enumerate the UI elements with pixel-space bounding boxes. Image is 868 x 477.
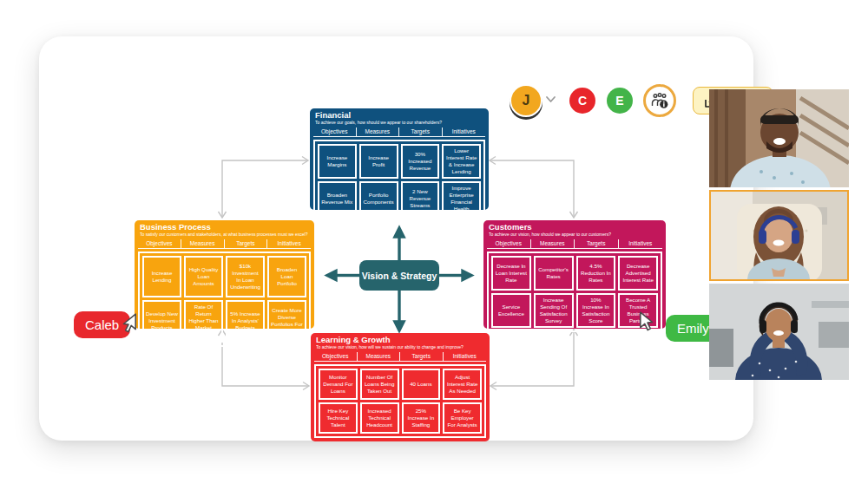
cursor-arrow-icon [637, 311, 656, 332]
column-header: Measures [357, 127, 400, 136]
scorecard-cell[interactable]: Lower Interest Rate & Increase Lending [442, 144, 481, 179]
scorecard-cell[interactable]: 10% Increase In Satisfaction Score [576, 293, 616, 328]
column-header: Measures [531, 239, 575, 248]
column-header: Targets [400, 352, 444, 361]
participant-3-video [709, 284, 849, 380]
scorecard-cell[interactable]: 5% Increase In Analysts' Budgets [226, 300, 265, 342]
column-headers: Objectives Measures Targets Initiatives [138, 239, 311, 249]
column-headers: Objectives Measures Targets Initiatives [314, 352, 486, 362]
scorecard-cell[interactable]: Broaden Revenue Mix [318, 181, 357, 216]
scorecard-financial[interactable]: Financial To achieve our goals, how shou… [310, 108, 489, 210]
collaborators-info-button[interactable] [643, 84, 676, 117]
collaborators-info-icon [649, 90, 670, 111]
scorecard-cell[interactable]: Increased Technical Headcount [360, 402, 399, 434]
scorecard-cell[interactable]: 2 New Revenue Streams [401, 181, 440, 216]
column-header: Targets [225, 239, 268, 248]
column-header: Initiatives [619, 239, 663, 248]
column-header: Objectives [138, 239, 181, 248]
scorecard-cell[interactable]: $10k Investment In Loan Underwriting [226, 256, 265, 297]
chevron-down-icon[interactable] [545, 95, 556, 103]
scorecard-cell[interactable]: Increase Sending Of Satisfaction Survey [534, 293, 574, 328]
scorecard-cell[interactable]: Portfolio Components [359, 181, 398, 216]
scorecard-cell[interactable]: 40 Loans [402, 369, 441, 400]
section-subtitle: To achieve our goals, how should we appe… [315, 120, 483, 126]
scorecard-cell[interactable]: Create More Diverse Portfolios For Custo… [267, 300, 306, 342]
video-call-panel [709, 89, 849, 380]
column-headers: Objectives Measures Targets Initiatives [487, 239, 662, 249]
column-header: Objectives [314, 352, 358, 361]
scorecard-cell[interactable]: Broaden Loan Portfolio [267, 256, 306, 297]
column-header: Targets [575, 239, 619, 248]
scorecard-cell[interactable]: Hire Key Technical Talent [319, 402, 358, 434]
scorecard-cell[interactable]: Number Of Loans Being Taken Out [360, 369, 399, 400]
column-header: Objectives [313, 127, 357, 136]
scorecard-cell[interactable]: Be Key Employer For Analysts [443, 402, 482, 434]
video-participant-2[interactable] [709, 190, 849, 281]
scorecard-cell[interactable]: Decrease Advertised Interest Rate [618, 256, 658, 291]
scorecard-cell[interactable]: Service Excellence [491, 293, 531, 328]
column-header: Initiatives [267, 239, 311, 248]
scorecard-business-process[interactable]: Business Process To satisfy our customer… [135, 220, 314, 329]
cell-grid: Monitor Demand For Loans Number Of Loans… [314, 364, 486, 438]
column-header: Targets [399, 127, 443, 136]
collaborator-avatar-e[interactable]: E [607, 88, 633, 114]
scorecard-cell[interactable]: Improve Enterprise Financial Health [442, 181, 481, 216]
scorecard-cell[interactable]: High Quality Loan Amounts [184, 256, 223, 297]
section-title: Customers [489, 223, 661, 232]
column-header: Objectives [487, 239, 531, 248]
whiteboard-canvas[interactable]: Financial To achieve our goals, how shou… [39, 36, 753, 441]
cell-grid: Increase Margins Increase Profit 30% Inc… [313, 140, 485, 221]
column-header: Initiatives [444, 352, 487, 361]
column-header: Measures [358, 352, 401, 361]
scorecard-cell[interactable]: Decrease In Loan Interest Rate [491, 256, 531, 291]
scorecard-cell[interactable]: Competitor's Rates [534, 256, 574, 291]
collaborator-avatar-c[interactable]: C [569, 88, 595, 114]
cursor-arrow-icon [120, 313, 139, 334]
section-title: Learning & Growth [316, 336, 484, 344]
participant-2-video [711, 192, 847, 279]
section-subtitle: To achieve our vision, how will we susta… [316, 344, 484, 350]
cell-grid: Decrease In Loan Interest Rate Competito… [487, 252, 662, 333]
vision-strategy-box[interactable]: Vision & Strategy [359, 260, 439, 291]
scorecard-cell[interactable]: Monitor Demand For Loans [319, 369, 358, 400]
scorecard-cell[interactable]: 25% Increase In Staffing [402, 402, 441, 434]
participant-1-video [709, 89, 849, 187]
scorecard-cell[interactable]: Adjust Interest Rate As Needed [443, 369, 482, 400]
section-subtitle: To satisfy our customers and stakeholder… [140, 232, 309, 238]
scorecard-cell[interactable]: 4.5% Reduction In Rates [576, 256, 616, 291]
user-avatar[interactable]: J [510, 84, 542, 117]
scorecard-cell[interactable]: Rate Of Return Higher Than Market Averag… [184, 300, 223, 342]
video-participant-3[interactable] [709, 284, 849, 380]
column-header: Initiatives [443, 127, 486, 136]
scorecard-cell[interactable]: 30% Increased Revenue [401, 144, 440, 179]
cell-grid: Increase Lending High Quality Loan Amoun… [138, 252, 311, 347]
scorecard-learning-growth[interactable]: Learning & Growth To achieve our vision,… [311, 333, 490, 441]
section-subtitle: To achieve our vision, how should we app… [489, 232, 661, 238]
video-participant-1[interactable] [709, 89, 849, 187]
section-title: Business Process [140, 223, 309, 232]
scorecard-cell[interactable]: Increase Lending [142, 256, 181, 297]
page-background: Financial To achieve our goals, how shou… [0, 0, 868, 477]
scorecard-cell[interactable]: Increase Margins [318, 144, 357, 179]
section-title: Financial [315, 111, 483, 120]
column-headers: Objectives Measures Targets Initiatives [313, 127, 485, 137]
column-header: Measures [181, 239, 225, 248]
scorecard-cell[interactable]: Develop New Investment Products [142, 300, 181, 342]
scorecard-cell[interactable]: Increase Profit [359, 144, 398, 179]
